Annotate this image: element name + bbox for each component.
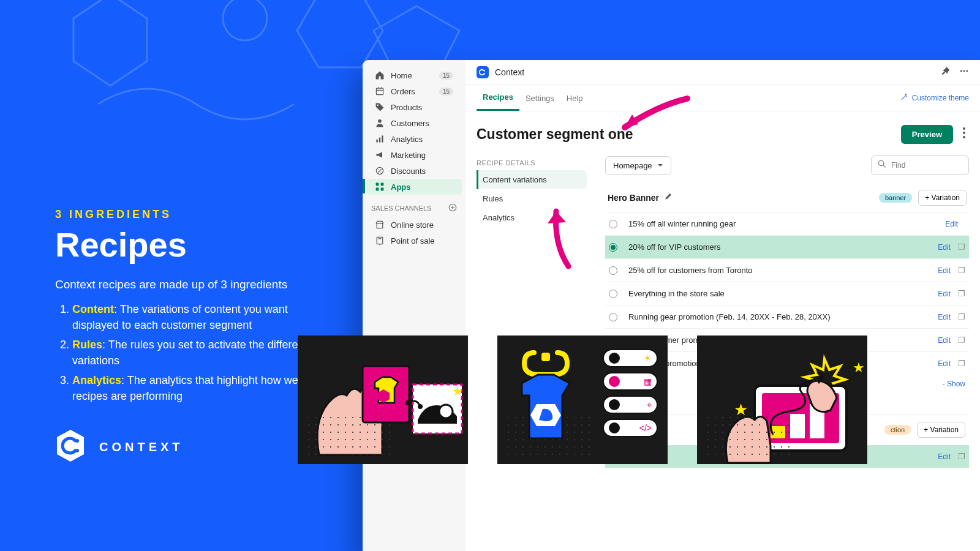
svg-point-24 — [878, 160, 883, 165]
svg-point-19 — [963, 70, 965, 72]
active-indicator — [363, 179, 365, 193]
search-icon — [878, 160, 886, 171]
add-variation-button[interactable]: + Variation — [918, 190, 967, 206]
variation-edit-link[interactable]: Edit — [938, 359, 951, 368]
edit-group-icon[interactable] — [664, 192, 673, 203]
customize-label: Customize theme — [912, 94, 969, 102]
preview-button[interactable]: Preview — [901, 125, 953, 144]
sidebar-item-customers[interactable]: Customers — [366, 115, 462, 131]
svg-rect-12 — [376, 188, 379, 191]
pane-header: Context — [466, 60, 980, 85]
sidebar-item-label: Point of sale — [391, 236, 435, 246]
annotation-arrow-details — [539, 204, 588, 271]
svg-text:★: ★ — [853, 360, 865, 375]
sidebar-item-label: Analytics — [391, 135, 423, 144]
variation-row[interactable]: Everything in the store saleEdit❐ — [605, 282, 969, 305]
customize-theme-link[interactable]: Customize theme — [900, 93, 969, 103]
variation-edit-link[interactable]: Edit — [938, 452, 951, 461]
details-item-content-variations[interactable]: Content variations — [477, 170, 587, 189]
orders-icon — [375, 86, 385, 96]
context-logo-icon — [55, 429, 86, 465]
search-box[interactable] — [871, 156, 969, 175]
radio-icon[interactable] — [609, 220, 617, 228]
variation-row[interactable]: 20% off for VIP customersEdit❐ — [605, 235, 969, 258]
details-section-label: RECIPE DETAILS — [477, 156, 587, 170]
radio-icon[interactable] — [609, 243, 617, 252]
more-icon[interactable] — [959, 66, 969, 78]
svg-rect-15 — [377, 237, 383, 244]
page-more-icon[interactable] — [959, 124, 969, 144]
slide-lead: Context recipes are made up of 3 ingredi… — [55, 278, 337, 291]
rule-pill-date: ▦ — [603, 372, 658, 391]
svg-rect-6 — [376, 140, 377, 143]
svg-point-22 — [963, 132, 965, 134]
discount-icon — [375, 166, 385, 176]
svg-point-29 — [439, 405, 453, 418]
svg-point-16 — [484, 70, 485, 72]
tab-settings[interactable]: Settings — [519, 86, 560, 110]
variation-edit-link[interactable]: Edit — [938, 313, 951, 321]
add-variation-button-2[interactable]: + Variation — [917, 422, 965, 438]
sidebar-item-analytics[interactable]: Analytics — [366, 131, 462, 147]
sidebar-item-label: Orders — [391, 87, 415, 96]
page-select-value: Homepage — [613, 161, 652, 170]
variation-edit-link[interactable]: Edit — [938, 336, 951, 345]
copy-icon[interactable]: ❐ — [958, 289, 965, 298]
tab-recipes[interactable]: Recipes — [477, 85, 519, 111]
add-channel-icon[interactable] — [448, 203, 457, 213]
sidebar-item-products[interactable]: Products — [366, 99, 462, 115]
sidebar-item-discounts[interactable]: Discounts — [366, 163, 462, 179]
card-analytics: ★ ★ — [697, 335, 867, 464]
copy-icon[interactable]: ❐ — [958, 242, 965, 252]
rule-pill-code: </> — [603, 419, 658, 437]
store-icon — [375, 220, 385, 230]
svg-rect-39 — [790, 414, 805, 438]
sidebar-item-orders[interactable]: Orders 15 — [366, 83, 462, 99]
copy-icon[interactable]: ❐ — [958, 335, 965, 345]
rule-pill-weather: ☀ — [603, 349, 658, 367]
sidebar-item-label: Online store — [391, 220, 434, 230]
svg-rect-32 — [541, 353, 550, 361]
pin-icon[interactable] — [941, 66, 951, 78]
search-input[interactable] — [891, 161, 959, 170]
group-title: Hero Banner — [608, 193, 659, 203]
radio-icon[interactable] — [609, 290, 617, 298]
sidebar-item-marketing[interactable]: Marketing — [366, 147, 462, 163]
variation-edit-link[interactable]: Edit — [938, 243, 951, 252]
copy-icon[interactable]: ❐ — [958, 452, 965, 461]
context-app-icon — [477, 66, 489, 78]
brand-name: CONTEXT — [99, 440, 184, 454]
svg-point-5 — [378, 119, 382, 123]
variation-label: 25% off for customers from Toronto — [628, 266, 938, 275]
sidebar-channel-pos[interactable]: Point of sale — [366, 233, 462, 249]
section-label: SALES CHANNELS — [371, 204, 431, 212]
variation-row[interactable]: 15% off all winter running gearEdit — [605, 212, 969, 235]
caret-down-icon — [657, 161, 663, 170]
svg-point-17 — [484, 73, 485, 74]
copy-icon[interactable]: ❐ — [958, 266, 965, 275]
variation-label: 20% off for VIP customers — [628, 242, 938, 252]
ingredient-head: Analytics — [72, 374, 121, 386]
variation-edit-link[interactable]: Edit — [938, 290, 951, 298]
apps-icon — [375, 182, 385, 192]
svg-rect-11 — [381, 183, 384, 186]
svg-point-31 — [418, 404, 423, 409]
app-title: Context — [495, 67, 524, 77]
kicker: 3 INGREDIENTS — [55, 208, 337, 221]
tab-help[interactable]: Help — [560, 86, 589, 110]
variation-row[interactable]: Running gear promotion (Feb. 14, 20XX - … — [605, 305, 969, 328]
variation-label: 15% off all winter running gear — [628, 219, 945, 228]
variation-edit-link[interactable]: Edit — [938, 266, 951, 275]
variation-row[interactable]: 25% off for customers from TorontoEdit❐ — [605, 258, 969, 282]
page-select[interactable]: Homepage — [605, 156, 671, 175]
variation-edit-link[interactable]: Edit — [945, 220, 958, 228]
radio-icon[interactable] — [609, 313, 617, 321]
radio-icon[interactable] — [609, 266, 617, 275]
copy-icon[interactable]: ❐ — [958, 312, 965, 321]
sidebar-item-apps[interactable]: Apps — [366, 179, 462, 195]
svg-point-18 — [960, 70, 962, 72]
app-tabs: Recipes Settings Help Customize theme — [466, 85, 980, 111]
sidebar-channel-online-store[interactable]: Online store — [366, 217, 462, 233]
sidebar-item-home[interactable]: Home 15 — [366, 67, 462, 83]
copy-icon[interactable]: ❐ — [958, 359, 965, 368]
